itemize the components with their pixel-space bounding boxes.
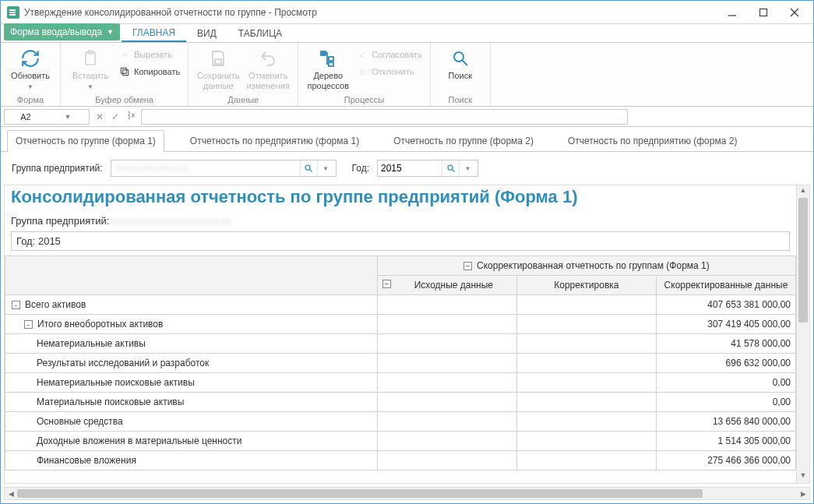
chevron-down-icon[interactable]: ▼ [47, 113, 89, 121]
scroll-down-icon[interactable]: ▼ [797, 471, 809, 482]
cell[interactable]: 0,00 [656, 373, 795, 393]
cell[interactable] [516, 354, 656, 373]
vertical-scrollbar[interactable]: ▲ ▼ [797, 185, 810, 484]
search-icon [449, 48, 471, 69]
group-label-proc: Процессы [303, 93, 425, 104]
collapse-icon[interactable]: − [382, 280, 391, 288]
cell[interactable] [377, 393, 516, 412]
cell[interactable]: 307 419 405 000,00 [656, 315, 795, 334]
filter-year-input[interactable] [378, 160, 442, 176]
cell[interactable]: 407 653 381 000,00 [656, 295, 795, 315]
sheet-tab-3[interactable]: Отчетность по предприятию (форма 2) [559, 130, 745, 151]
meta-group: Группа предприятий: ——————————— [5, 213, 796, 228]
cell[interactable]: 13 656 840 000,00 [656, 412, 795, 432]
cell[interactable] [516, 295, 656, 315]
ribbon-tab-view[interactable]: ВИД [186, 25, 227, 42]
svg-line-13 [463, 61, 467, 65]
year-box: Год: 2015 [11, 231, 790, 251]
cell[interactable] [377, 315, 516, 334]
ribbon-tab-table[interactable]: ТАБЛИЦА [227, 25, 293, 42]
row-label: Доходные вложения в материальные ценност… [5, 432, 378, 451]
sheet-tab-0[interactable]: Отчетность по группе (форма 1) [7, 130, 164, 152]
cell[interactable] [377, 354, 516, 373]
refresh-button[interactable]: Обновить▼ [5, 46, 55, 93]
horizontal-scrollbar[interactable]: ◀ ▶ [4, 487, 810, 500]
filter-group-lookup[interactable]: ▼ [111, 160, 337, 177]
scroll-thumb[interactable] [798, 198, 808, 322]
cell[interactable]: 696 632 000,00 [656, 354, 795, 373]
maximize-button[interactable] [748, 2, 779, 23]
formula-cancel-icon[interactable]: ✕ [93, 111, 107, 122]
approve-button[interactable]: ✓Согласовать [353, 46, 425, 63]
row-label-text: Нематериальные активы [37, 338, 146, 349]
cell[interactable] [516, 334, 656, 354]
lookup-search-icon[interactable] [442, 160, 459, 176]
cell[interactable] [377, 295, 516, 315]
window-title: Утверждение консолидированной отчетности… [24, 7, 717, 18]
formula-fx-icon[interactable] [124, 110, 138, 123]
scroll-right-icon[interactable]: ▶ [798, 488, 809, 499]
cell[interactable] [377, 412, 516, 432]
svg-rect-7 [121, 68, 126, 73]
cell[interactable] [516, 393, 656, 412]
tree-toggle-icon[interactable]: - [12, 301, 20, 309]
tree-toggle-icon[interactable]: - [24, 320, 33, 329]
chevron-down-icon: ▼ [27, 83, 33, 90]
chevron-down-icon[interactable]: ▼ [459, 160, 476, 176]
scroll-up-icon[interactable]: ▲ [797, 186, 809, 197]
search-button[interactable]: Поиск [435, 46, 485, 83]
row-label: Основные средства [5, 412, 378, 432]
save-button[interactable]: Сохранить данные [193, 46, 243, 93]
copy-button[interactable]: Копировать [115, 63, 183, 80]
formula-input[interactable] [141, 109, 628, 125]
process-tree-button[interactable]: Дерево процессов [303, 46, 353, 93]
scroll-thumb[interactable] [17, 489, 703, 498]
refresh-icon [19, 48, 41, 69]
form-io-label: Форма ввода/вывода [10, 26, 102, 37]
row-label: Материальные поисковые активы [5, 393, 378, 412]
cell[interactable] [377, 373, 516, 393]
row-label: -Всего активов [5, 295, 378, 315]
cell[interactable]: 1 514 305 000,00 [656, 432, 795, 451]
cancel-button[interactable]: Отменить изменения [243, 46, 293, 93]
paste-button[interactable]: Вставить▼ [65, 46, 115, 93]
lookup-search-icon[interactable] [300, 160, 317, 176]
cell[interactable] [516, 373, 656, 393]
row-label-text: Результаты исследований и разработок [37, 358, 209, 368]
cell[interactable] [377, 451, 516, 471]
cell[interactable]: 41 578 000,00 [656, 334, 795, 354]
row-label-text: Финансовые вложения [37, 455, 136, 466]
cut-button[interactable]: ✂Вырезать [115, 46, 183, 63]
cell[interactable] [516, 451, 656, 471]
close-button[interactable] [779, 2, 810, 23]
cell[interactable] [377, 334, 516, 354]
collapse-icon[interactable]: − [463, 262, 472, 270]
ribbon-tab-main[interactable]: ГЛАВНАЯ [122, 24, 186, 42]
filter-group-input[interactable] [111, 160, 300, 176]
cell[interactable]: 0,00 [656, 393, 795, 412]
cell[interactable] [516, 432, 656, 451]
copy-icon [118, 65, 131, 78]
cell[interactable] [377, 432, 516, 451]
svg-rect-11 [329, 62, 333, 66]
cell[interactable] [516, 315, 656, 334]
cell[interactable] [516, 412, 656, 432]
scroll-left-icon[interactable]: ◀ [5, 488, 16, 499]
grid-header-top: −Скорректированная отчетность по группам… [377, 256, 795, 276]
sheet-tab-2[interactable]: Отчетность по группе (форма 2) [385, 130, 542, 151]
svg-rect-10 [329, 57, 333, 61]
save-label: Сохранить данные [197, 71, 240, 91]
filter-year-lookup[interactable]: ▼ [377, 160, 478, 177]
report-pane: Консолидированная отчетность по группе п… [4, 185, 797, 484]
undo-icon [257, 48, 279, 69]
chevron-down-icon[interactable]: ▼ [317, 160, 334, 176]
minimize-button[interactable] [717, 2, 748, 23]
sheet-tab-1[interactable]: Отчетность по предприятию (форма 1) [181, 130, 368, 151]
filter-group-label: Группа предприятий: [12, 163, 103, 174]
formula-accept-icon[interactable]: ✓ [108, 111, 122, 122]
form-io-button[interactable]: Форма ввода/вывода ▼ [4, 23, 120, 41]
cell-name-box[interactable]: A2 ▼ [4, 109, 90, 125]
reject-button[interactable]: ⊘Отклонить [353, 63, 425, 80]
cell[interactable]: 275 466 366 000,00 [656, 451, 795, 471]
cut-icon: ✂ [118, 48, 131, 61]
